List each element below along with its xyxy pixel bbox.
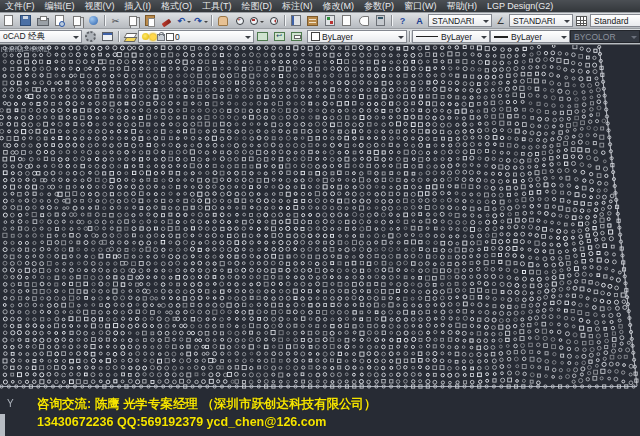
paste-icon[interactable] — [142, 13, 158, 28]
toolbar-separator — [391, 15, 392, 26]
chevron-down-icon — [245, 36, 251, 42]
text-style-icon[interactable]: A — [412, 13, 428, 28]
chevron-down-icon — [481, 36, 487, 42]
drawing-canvas[interactable] — [0, 45, 640, 436]
cut-icon[interactable]: ✂ — [108, 13, 124, 28]
layer-properties-icon[interactable] — [122, 29, 138, 44]
table-style-icon[interactable] — [574, 13, 590, 28]
redo-icon[interactable]: ↷ — [193, 13, 209, 28]
linetype-combo[interactable]: ByLayer — [412, 30, 490, 43]
zoom-window-icon[interactable] — [249, 13, 265, 28]
plot-icon[interactable] — [35, 13, 51, 28]
standard-buttons: ✂↶↷? — [0, 13, 411, 28]
linetype-sample — [416, 36, 438, 37]
plot-style-value: BYCOLOR — [574, 32, 616, 42]
layer-lock-icon[interactable] — [157, 34, 165, 41]
toolbar-separator — [211, 15, 212, 26]
chevron-down-icon — [561, 36, 567, 42]
watermark-line2: 13430672236 QQ:569192379 ycd_chen@126.co… — [37, 415, 326, 429]
properties-icon[interactable] — [288, 13, 304, 28]
markup-set-icon[interactable] — [356, 13, 372, 28]
chevron-down-icon — [398, 36, 404, 42]
ucs-y-label: Y — [7, 398, 14, 409]
table-style-combo[interactable]: Standard — [590, 14, 640, 27]
help-icon[interactable]: ? — [395, 13, 411, 28]
color-combo[interactable]: ByLayer — [307, 30, 407, 43]
tool-palettes-icon[interactable] — [322, 13, 338, 28]
chevron-down-icon — [73, 36, 79, 42]
workspace-value: oCAD 经典 — [3, 31, 45, 43]
workspace-settings-icon[interactable] — [83, 29, 99, 44]
layer-freeze-icon[interactable] — [150, 34, 156, 40]
layer-states-icon[interactable] — [255, 29, 271, 44]
autocad-window: 文件(F)编辑(E)视图(V)插入(I)格式(O)工具(T)绘图(D)标注(N)… — [0, 0, 640, 436]
dim-style-value: STANDARI — [513, 16, 555, 26]
menu-draw[interactable]: 绘图(D) — [237, 0, 278, 12]
sheetset-manager-icon[interactable] — [339, 13, 355, 28]
menu-help[interactable]: 帮助(H) — [442, 0, 483, 12]
menu-bar: 文件(F)编辑(E)视图(V)插入(I)格式(O)工具(T)绘图(D)标注(N)… — [0, 0, 640, 12]
workspace-save-icon[interactable] — [100, 29, 116, 44]
watermark-line1: 咨询交流: 陈鹰 光学专案经理 （深圳市跃创达科技有限公司） — [37, 396, 377, 413]
layer-combo[interactable]: 0 — [138, 30, 254, 43]
menu-view[interactable]: 视图(V) — [80, 0, 120, 12]
layer-color-swatch — [166, 33, 174, 41]
qnew-icon[interactable] — [1, 13, 17, 28]
toolbar-separator — [409, 31, 410, 42]
pan-icon[interactable] — [215, 13, 231, 28]
publish-icon[interactable] — [69, 13, 85, 28]
lineweight-value: ByLayer — [511, 32, 542, 42]
zoom-realtime-icon[interactable] — [232, 13, 248, 28]
designcenter-icon[interactable] — [305, 13, 321, 28]
layer-match-icon[interactable] — [289, 29, 305, 44]
chevron-down-icon — [483, 20, 489, 26]
menu-tools[interactable]: 工具(T) — [197, 0, 237, 12]
layer-name: 0 — [175, 32, 180, 42]
linetype-value: ByLayer — [441, 32, 472, 42]
dim-style-icon[interactable]: ∠ — [493, 13, 509, 28]
layers-properties-toolbar: oCAD 经典 0 ByLayer ByLayer — [0, 28, 640, 45]
viewport-controls[interactable]: [-][俯视][二维线框] — [1, 45, 49, 54]
ucs-icon — [0, 414, 5, 436]
menu-parametric[interactable]: 参数(P) — [359, 0, 399, 12]
menu-lgp-design[interactable]: LGP Design(G2) — [482, 0, 558, 12]
menu-format[interactable]: 格式(O) — [156, 0, 197, 12]
undo-icon[interactable]: ↶ — [176, 13, 192, 28]
save-icon[interactable] — [18, 13, 34, 28]
lineweight-combo[interactable]: ByLayer — [490, 30, 570, 43]
toolbar-separator — [284, 15, 285, 26]
menu-file[interactable]: 文件(F) — [0, 0, 40, 12]
dim-style-combo[interactable]: STANDARI — [509, 14, 573, 27]
menu-modify[interactable]: 修改(M) — [318, 0, 360, 12]
web-publish-icon[interactable] — [86, 13, 102, 28]
copy-icon[interactable] — [125, 13, 141, 28]
layer-on-icon[interactable] — [142, 33, 149, 40]
color-swatch — [311, 32, 320, 41]
lineweight-sample — [494, 36, 508, 38]
standard-toolbar: ✂↶↷? A STANDARI ∠ STANDARI Standard Stan… — [0, 12, 640, 28]
chevron-down-icon — [631, 36, 637, 42]
menu-dimension[interactable]: 标注(N) — [277, 0, 318, 12]
quickcalc-icon[interactable] — [373, 13, 389, 28]
text-style-combo[interactable]: STANDARI — [428, 14, 492, 27]
menu-edit[interactable]: 编辑(E) — [40, 0, 80, 12]
plot-preview-icon[interactable] — [52, 13, 68, 28]
zoom-previous-icon[interactable] — [266, 13, 282, 28]
menu-window[interactable]: 窗口(W) — [399, 0, 442, 12]
match-properties-icon[interactable] — [159, 13, 175, 28]
table-style-value: Standard — [594, 16, 629, 26]
menu-insert[interactable]: 插入(I) — [120, 0, 157, 12]
toolbar-separator — [118, 31, 119, 42]
chevron-down-icon — [564, 20, 570, 26]
toolbar-separator — [104, 15, 105, 26]
layer-previous-icon[interactable] — [272, 29, 288, 44]
workspace-combo[interactable]: oCAD 经典 — [0, 30, 82, 43]
color-value: ByLayer — [322, 32, 353, 42]
plot-style-combo[interactable]: BYCOLOR — [570, 30, 640, 43]
text-style-value: STANDARI — [432, 16, 474, 26]
